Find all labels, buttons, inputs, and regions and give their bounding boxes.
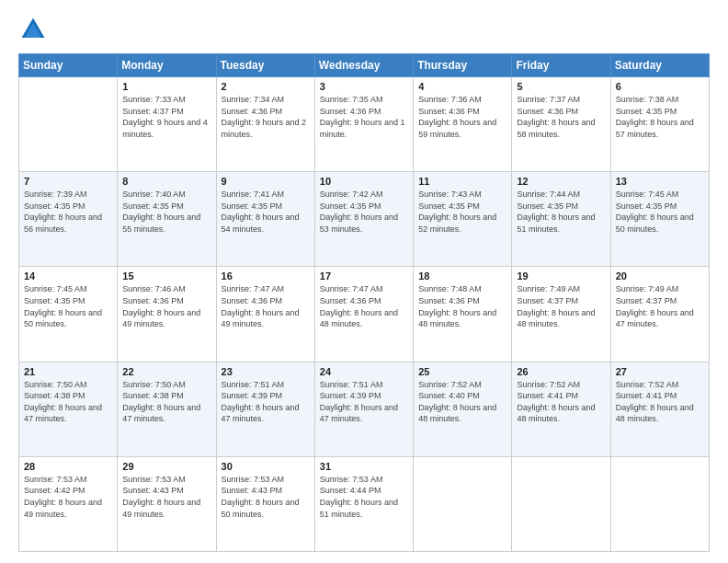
day-info: Sunrise: 7:45 AMSunset: 4:35 PMDaylight:…	[616, 189, 704, 235]
day-info: Sunrise: 7:35 AMSunset: 4:36 PMDaylight:…	[320, 94, 408, 140]
calendar-cell: 14Sunrise: 7:45 AMSunset: 4:35 PMDayligh…	[19, 267, 118, 362]
calendar-cell	[19, 77, 118, 172]
day-info: Sunrise: 7:38 AMSunset: 4:35 PMDaylight:…	[616, 94, 704, 140]
calendar-cell: 6Sunrise: 7:38 AMSunset: 4:35 PMDaylight…	[610, 77, 709, 172]
weekday-header-saturday: Saturday	[610, 54, 709, 77]
day-number: 4	[418, 81, 506, 92]
calendar-page: SundayMondayTuesdayWednesdayThursdayFrid…	[0, 0, 728, 563]
weekday-header-thursday: Thursday	[414, 54, 512, 77]
day-number: 31	[320, 461, 408, 472]
day-number: 27	[616, 366, 704, 377]
day-info: Sunrise: 7:52 AMSunset: 4:41 PMDaylight:…	[616, 379, 704, 425]
day-info: Sunrise: 7:36 AMSunset: 4:36 PMDaylight:…	[418, 94, 506, 140]
calendar-cell: 24Sunrise: 7:51 AMSunset: 4:39 PMDayligh…	[314, 362, 413, 456]
day-info: Sunrise: 7:48 AMSunset: 4:36 PMDaylight:…	[418, 283, 506, 329]
day-info: Sunrise: 7:52 AMSunset: 4:41 PMDaylight:…	[517, 379, 605, 425]
calendar-cell: 19Sunrise: 7:49 AMSunset: 4:37 PMDayligh…	[512, 267, 610, 362]
day-info: Sunrise: 7:40 AMSunset: 4:35 PMDaylight:…	[122, 189, 210, 235]
weekday-header-row: SundayMondayTuesdayWednesdayThursdayFrid…	[19, 54, 710, 77]
calendar-cell	[610, 456, 709, 551]
calendar-cell: 1Sunrise: 7:33 AMSunset: 4:37 PMDaylight…	[118, 77, 216, 172]
day-info: Sunrise: 7:53 AMSunset: 4:44 PMDaylight:…	[320, 474, 408, 520]
day-number: 15	[122, 270, 210, 282]
day-number: 5	[517, 81, 605, 92]
day-number: 13	[616, 176, 704, 187]
day-number: 22	[122, 366, 210, 377]
day-info: Sunrise: 7:49 AMSunset: 4:37 PMDaylight:…	[517, 283, 605, 329]
calendar-cell: 29Sunrise: 7:53 AMSunset: 4:43 PMDayligh…	[118, 456, 216, 551]
calendar-cell: 23Sunrise: 7:51 AMSunset: 4:39 PMDayligh…	[216, 362, 314, 456]
day-number: 23	[222, 366, 310, 377]
day-info: Sunrise: 7:49 AMSunset: 4:37 PMDaylight:…	[616, 283, 704, 329]
calendar-cell: 9Sunrise: 7:41 AMSunset: 4:35 PMDaylight…	[216, 172, 314, 267]
day-number: 3	[320, 81, 408, 92]
weekday-header-friday: Friday	[512, 54, 610, 77]
calendar-cell: 12Sunrise: 7:44 AMSunset: 4:35 PMDayligh…	[512, 172, 610, 267]
calendar-cell: 17Sunrise: 7:47 AMSunset: 4:36 PMDayligh…	[314, 267, 413, 362]
day-number: 28	[24, 461, 112, 472]
week-row-5: 28Sunrise: 7:53 AMSunset: 4:42 PMDayligh…	[19, 456, 710, 551]
day-number: 26	[517, 366, 605, 377]
calendar-cell: 20Sunrise: 7:49 AMSunset: 4:37 PMDayligh…	[610, 267, 709, 362]
day-number: 20	[616, 270, 704, 282]
calendar-cell: 4Sunrise: 7:36 AMSunset: 4:36 PMDaylight…	[414, 77, 512, 172]
calendar-cell: 27Sunrise: 7:52 AMSunset: 4:41 PMDayligh…	[610, 362, 709, 456]
day-number: 25	[418, 366, 506, 377]
calendar-cell: 16Sunrise: 7:47 AMSunset: 4:36 PMDayligh…	[216, 267, 314, 362]
weekday-header-wednesday: Wednesday	[314, 54, 413, 77]
calendar-cell: 21Sunrise: 7:50 AMSunset: 4:38 PMDayligh…	[19, 362, 118, 456]
day-info: Sunrise: 7:34 AMSunset: 4:36 PMDaylight:…	[222, 94, 310, 140]
week-row-4: 21Sunrise: 7:50 AMSunset: 4:38 PMDayligh…	[19, 362, 710, 456]
weekday-header-tuesday: Tuesday	[216, 54, 314, 77]
calendar-cell: 5Sunrise: 7:37 AMSunset: 4:36 PMDaylight…	[512, 77, 610, 172]
header	[18, 15, 710, 44]
day-number: 1	[122, 81, 210, 92]
day-info: Sunrise: 7:33 AMSunset: 4:37 PMDaylight:…	[122, 94, 210, 140]
calendar-cell: 30Sunrise: 7:53 AMSunset: 4:43 PMDayligh…	[216, 456, 314, 551]
calendar-cell: 22Sunrise: 7:50 AMSunset: 4:38 PMDayligh…	[118, 362, 216, 456]
calendar-cell: 18Sunrise: 7:48 AMSunset: 4:36 PMDayligh…	[414, 267, 512, 362]
day-info: Sunrise: 7:53 AMSunset: 4:43 PMDaylight:…	[222, 474, 310, 520]
calendar-cell: 11Sunrise: 7:43 AMSunset: 4:35 PMDayligh…	[414, 172, 512, 267]
day-info: Sunrise: 7:41 AMSunset: 4:35 PMDaylight:…	[222, 189, 310, 235]
day-number: 17	[320, 270, 408, 282]
calendar-cell: 25Sunrise: 7:52 AMSunset: 4:40 PMDayligh…	[414, 362, 512, 456]
calendar-table: SundayMondayTuesdayWednesdayThursdayFrid…	[18, 53, 710, 552]
week-row-2: 7Sunrise: 7:39 AMSunset: 4:35 PMDaylight…	[19, 172, 710, 267]
day-number: 9	[222, 176, 310, 187]
day-info: Sunrise: 7:51 AMSunset: 4:39 PMDaylight:…	[222, 379, 310, 425]
calendar-cell: 26Sunrise: 7:52 AMSunset: 4:41 PMDayligh…	[512, 362, 610, 456]
day-number: 16	[222, 270, 310, 282]
day-info: Sunrise: 7:46 AMSunset: 4:36 PMDaylight:…	[122, 283, 210, 329]
day-number: 12	[517, 176, 605, 187]
day-info: Sunrise: 7:44 AMSunset: 4:35 PMDaylight:…	[517, 189, 605, 235]
calendar-cell: 15Sunrise: 7:46 AMSunset: 4:36 PMDayligh…	[118, 267, 216, 362]
calendar-cell: 10Sunrise: 7:42 AMSunset: 4:35 PMDayligh…	[314, 172, 413, 267]
day-info: Sunrise: 7:37 AMSunset: 4:36 PMDaylight:…	[517, 94, 605, 140]
day-info: Sunrise: 7:42 AMSunset: 4:35 PMDaylight:…	[320, 189, 408, 235]
calendar-cell: 13Sunrise: 7:45 AMSunset: 4:35 PMDayligh…	[610, 172, 709, 267]
day-number: 18	[418, 270, 506, 282]
day-info: Sunrise: 7:47 AMSunset: 4:36 PMDaylight:…	[222, 283, 310, 329]
day-info: Sunrise: 7:51 AMSunset: 4:39 PMDaylight:…	[320, 379, 408, 425]
weekday-header-sunday: Sunday	[19, 54, 118, 77]
day-number: 2	[222, 81, 310, 92]
day-info: Sunrise: 7:43 AMSunset: 4:35 PMDaylight:…	[418, 189, 506, 235]
day-number: 21	[24, 366, 112, 377]
calendar-cell: 28Sunrise: 7:53 AMSunset: 4:42 PMDayligh…	[19, 456, 118, 551]
calendar-cell: 31Sunrise: 7:53 AMSunset: 4:44 PMDayligh…	[314, 456, 413, 551]
day-number: 30	[222, 461, 310, 472]
weekday-header-monday: Monday	[118, 54, 216, 77]
day-number: 8	[122, 176, 210, 187]
logo	[18, 15, 51, 44]
calendar-cell	[414, 456, 512, 551]
calendar-cell: 7Sunrise: 7:39 AMSunset: 4:35 PMDaylight…	[19, 172, 118, 267]
day-number: 29	[122, 461, 210, 472]
day-info: Sunrise: 7:50 AMSunset: 4:38 PMDaylight:…	[122, 379, 210, 425]
day-number: 14	[24, 270, 112, 282]
day-info: Sunrise: 7:53 AMSunset: 4:43 PMDaylight:…	[122, 474, 210, 520]
day-number: 24	[320, 366, 408, 377]
day-number: 10	[320, 176, 408, 187]
day-info: Sunrise: 7:45 AMSunset: 4:35 PMDaylight:…	[24, 283, 112, 329]
day-number: 11	[418, 176, 506, 187]
